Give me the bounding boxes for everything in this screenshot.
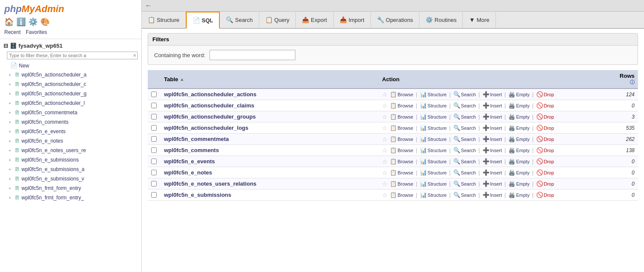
structure-btn[interactable]: 📊Structure [419,158,448,165]
favorite-star-icon[interactable]: ☆ [382,158,388,165]
drop-btn[interactable]: 🚫Drop [535,113,556,120]
row-checkbox[interactable] [151,147,157,153]
search-btn[interactable]: 🔍Search [452,102,477,109]
drop-btn[interactable]: 🚫Drop [535,147,556,154]
drop-btn[interactable]: 🚫Drop [535,135,556,143]
structure-btn[interactable]: 📊Structure [419,124,448,131]
new-label[interactable]: New [19,63,29,69]
sidebar-table-item[interactable]: + 🖹 wpl0fc5n_e_submissions [0,155,141,165]
insert-btn[interactable]: ➕Insert [481,124,504,131]
insert-btn[interactable]: ➕Insert [481,191,504,199]
favorite-star-icon[interactable]: ☆ [382,169,388,176]
row-checkbox[interactable] [151,92,157,97]
favorite-star-icon[interactable]: ☆ [382,102,388,109]
structure-btn[interactable]: 📊Structure [419,113,448,120]
sidebar-table-item[interactable]: + 🖹 wpl0fc5n_frmt_form_entry_ [0,193,141,202]
drop-btn[interactable]: 🚫Drop [535,91,556,98]
favorites-link[interactable]: Favorites [26,29,47,35]
favorite-star-icon[interactable]: ☆ [382,125,388,131]
new-table-item[interactable]: 📄 New [0,61,141,70]
table-name-link[interactable]: wpl0fc5n_actionscheduler_actions [164,91,256,98]
row-checkbox[interactable] [151,125,157,131]
insert-btn[interactable]: ➕Insert [481,102,504,109]
browse-btn[interactable]: 📋Browse [389,124,415,131]
browse-btn[interactable]: 📋Browse [389,158,415,165]
row-checkbox[interactable] [151,136,157,142]
drop-btn[interactable]: 🚫Drop [535,169,556,176]
favorite-star-icon[interactable]: ☆ [382,136,388,143]
favorite-star-icon[interactable]: ☆ [382,91,388,98]
tab-import[interactable]: 📥 Import [334,12,371,29]
insert-btn[interactable]: ➕Insert [481,135,504,143]
row-checkbox[interactable] [151,103,157,108]
browse-btn[interactable]: 📋Browse [389,169,415,176]
insert-btn[interactable]: ➕Insert [481,180,504,187]
browse-btn[interactable]: 📋Browse [389,91,415,98]
empty-btn[interactable]: 🖨️Empty [507,169,531,176]
search-btn[interactable]: 🔍Search [452,191,477,199]
search-btn[interactable]: 🔍Search [452,147,477,154]
drop-btn[interactable]: 🚫Drop [535,124,556,131]
sidebar-table-item[interactable]: + 🖹 wpl0fc5n_e_notes_users_re [0,146,141,155]
favorite-star-icon[interactable]: ☆ [382,113,388,120]
sidebar-table-item[interactable]: + 🖹 wpl0fc5n_commentmeta [0,108,141,117]
table-name-link[interactable]: wpl0fc5n_e_notes_users_relations [164,180,256,187]
theme-icon[interactable]: 🎨 [40,17,50,27]
tab-export[interactable]: 📤 Export [296,12,334,29]
empty-btn[interactable]: 🖨️Empty [507,135,531,143]
sidebar-table-item[interactable]: + 🖹 wpl0fc5n_e_submissions_v [0,174,141,183]
tab-query[interactable]: 📋 Query [259,12,296,29]
insert-btn[interactable]: ➕Insert [481,169,504,176]
browse-btn[interactable]: 📋Browse [389,191,415,199]
tab-search[interactable]: 🔍 Search [220,12,259,29]
drop-btn[interactable]: 🚫Drop [535,158,556,165]
search-btn[interactable]: 🔍Search [452,158,477,165]
tab-operations[interactable]: 🔧 Operations [371,12,420,29]
empty-btn[interactable]: 🖨️Empty [507,180,531,187]
info-icon[interactable]: ℹ️ [16,17,26,27]
sidebar-table-item[interactable]: + 🖹 wpl0fc5n_actionscheduler_g [0,89,141,98]
drop-btn[interactable]: 🚫Drop [535,102,556,109]
row-checkbox[interactable] [151,192,157,198]
table-name-link[interactable]: wpl0fc5n_commentmeta [164,136,229,142]
tab-sql[interactable]: 📄 SQL [186,12,220,29]
drop-btn[interactable]: 🚫Drop [535,180,556,187]
empty-btn[interactable]: 🖨️Empty [507,147,531,154]
table-name-link[interactable]: wpl0fc5n_actionscheduler_groups [164,113,256,120]
search-btn[interactable]: 🔍Search [452,91,477,98]
row-checkbox[interactable] [151,114,157,119]
empty-btn[interactable]: 🖨️Empty [507,158,531,165]
structure-btn[interactable]: 📊Structure [419,91,448,98]
table-name-link[interactable]: wpl0fc5n_e_events [164,158,215,165]
table-name-link[interactable]: wpl0fc5n_actionscheduler_claims [164,102,254,109]
sidebar-table-item[interactable]: + 🖹 wpl0fc5n_actionscheduler_a [0,70,141,79]
recent-link[interactable]: Recent [4,29,21,35]
search-btn[interactable]: 🔍Search [452,113,477,120]
tab-more[interactable]: ▼ More [463,12,495,29]
search-btn[interactable]: 🔍Search [452,180,477,187]
home-icon[interactable]: 🏠 [4,17,14,27]
search-btn[interactable]: 🔍Search [452,169,477,176]
sidebar-table-item[interactable]: + 🖹 wpl0fc5n_actionscheduler_c [0,79,141,89]
table-name-link[interactable]: wpl0fc5n_actionscheduler_logs [164,125,249,131]
insert-btn[interactable]: ➕Insert [481,91,504,98]
table-name-link[interactable]: wpl0fc5n_e_notes [164,169,212,176]
browse-btn[interactable]: 📋Browse [389,135,415,143]
row-checkbox[interactable] [151,170,157,175]
database-name[interactable]: fysadvyk_wp651 [18,43,63,49]
browse-btn[interactable]: 📋Browse [389,113,415,120]
row-checkbox[interactable] [151,181,157,186]
sidebar-table-item[interactable]: + 🖹 wpl0fc5n_comments [0,117,141,127]
back-arrow[interactable]: ← [145,2,152,9]
empty-btn[interactable]: 🖨️Empty [507,124,531,131]
rows-info-icon[interactable]: ⓘ [630,79,635,86]
filter-input[interactable] [7,52,138,59]
insert-btn[interactable]: ➕Insert [481,147,504,154]
row-checkbox[interactable] [151,159,157,164]
structure-btn[interactable]: 📊Structure [419,169,448,176]
tab-routines[interactable]: ⚙️ Routines [419,12,463,29]
table-name-link[interactable]: wpl0fc5n_e_submissions [164,192,231,198]
filter-word-input[interactable] [210,50,295,60]
filter-clear-icon[interactable]: ✕ [133,53,137,58]
tab-structure[interactable]: 📋 Structure [142,12,186,29]
